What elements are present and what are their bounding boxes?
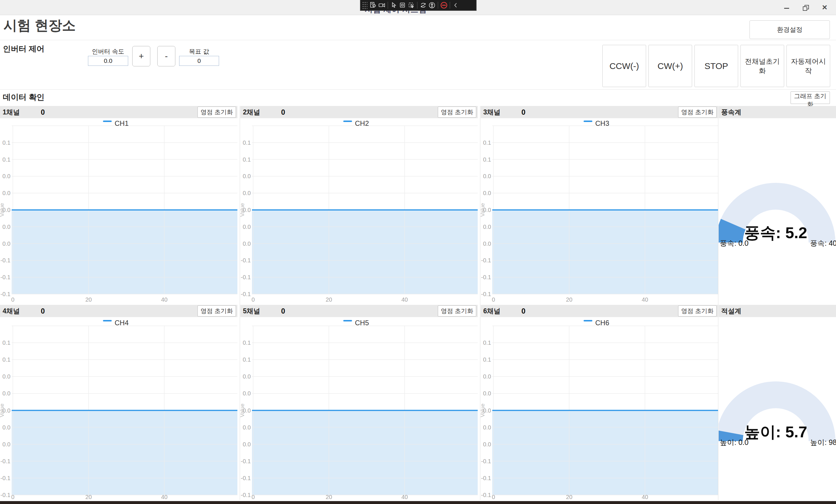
svg-text:0.0: 0.0 — [2, 224, 11, 230]
legend-label: CH1 — [115, 119, 129, 127]
channel-chart[interactable]: 0.10.10.00.00.00.00.0-0.1-0.1-0.102040CH… — [240, 118, 478, 305]
target-value-label: 목표 값 — [179, 47, 219, 56]
all-channel-reset-button[interactable]: 전채널초기화 — [740, 45, 784, 87]
legend-dash-icon — [343, 120, 352, 122]
legend-label: CH4 — [115, 319, 129, 327]
svg-text:0.1: 0.1 — [2, 356, 11, 363]
close-icon[interactable]: × — [820, 2, 830, 12]
svg-text:-0.1: -0.1 — [1, 291, 11, 297]
zero-reset-button[interactable]: 영점 초기화 — [438, 306, 476, 316]
zero-reset-button[interactable]: 영점 초기화 — [678, 306, 717, 316]
channel-label: 1채널 — [3, 106, 20, 118]
app-window: × 시험 — [0, 0, 836, 504]
collapse-chevron-icon[interactable] — [452, 1, 460, 9]
settings-button[interactable]: 환경설정 — [749, 20, 830, 39]
stop-record-icon[interactable] — [440, 1, 448, 9]
svg-text:-0.1: -0.1 — [1, 257, 11, 264]
svg-text:0.1: 0.1 — [2, 340, 11, 346]
stop-button[interactable]: STOP — [695, 45, 738, 87]
svg-text:-0.1: -0.1 — [241, 257, 251, 264]
svg-text:0.0: 0.0 — [243, 441, 251, 447]
svg-text:40: 40 — [401, 296, 408, 303]
channel-value: 0 — [41, 106, 45, 118]
channel-chart[interactable]: 0.10.10.00.00.00.00.0-0.1-0.1-0.102040CH… — [240, 317, 478, 500]
cursor-icon[interactable] — [390, 1, 398, 9]
svg-text:0: 0 — [11, 296, 14, 303]
target-value-input[interactable] — [179, 56, 219, 66]
svg-text:0.0: 0.0 — [243, 173, 251, 179]
increase-button[interactable]: + — [132, 46, 150, 66]
graph-reset-button[interactable]: 그래프 초기화 — [791, 92, 830, 104]
channel-chart[interactable]: 0.10.10.00.00.00.00.0-0.1-0.1-0.102040CH… — [0, 317, 238, 500]
panel-divider — [480, 106, 480, 500]
channel-label: 2채널 — [243, 106, 260, 118]
inverter-section-label: 인버터 제어 — [3, 44, 44, 54]
svg-text:20: 20 — [326, 494, 332, 500]
legend-dash-icon — [103, 120, 112, 122]
minimize-icon[interactable] — [784, 8, 789, 9]
drag-handle[interactable] — [362, 1, 367, 9]
svg-text:-0.1: -0.1 — [1, 475, 11, 481]
clipped-window-title: 시험 제어 시스템 — [365, 11, 426, 15]
camera-icon[interactable] — [378, 1, 386, 9]
zero-reset-button[interactable]: 영점 초기화 — [438, 106, 476, 118]
bottom-edge-strip — [0, 501, 836, 504]
channel-chart[interactable]: 0.10.10.00.00.00.00.0-0.1-0.1-0.102040CH… — [0, 118, 238, 305]
sync-check-icon[interactable] — [419, 1, 428, 9]
gauge-value-label: 풍속: 5.2 — [744, 224, 807, 241]
svg-text:0.0: 0.0 — [483, 224, 491, 230]
svg-text:Value: Value — [481, 404, 486, 417]
svg-text:0: 0 — [251, 494, 254, 500]
toolbar-separator — [388, 2, 388, 9]
svg-text:0.0: 0.0 — [483, 373, 491, 380]
svg-text:0.1: 0.1 — [483, 340, 491, 346]
region-select-icon[interactable] — [407, 1, 416, 9]
svg-text:0.0: 0.0 — [2, 190, 11, 196]
svg-text:0.0: 0.0 — [2, 390, 11, 396]
channel-chart[interactable]: 0.10.10.00.00.00.00.0-0.1-0.1-0.102040CH… — [481, 118, 718, 305]
zero-reset-button[interactable]: 영점 초기화 — [197, 106, 236, 118]
gauge-header: 적설계 — [719, 305, 836, 317]
report-settings-icon[interactable] — [369, 1, 378, 9]
cw-button[interactable]: CW(+) — [648, 45, 692, 87]
svg-text:0: 0 — [251, 296, 254, 303]
channel-label: 4채널 — [3, 305, 20, 317]
decrease-button[interactable]: - — [157, 46, 175, 66]
svg-text:0: 0 — [492, 296, 495, 303]
gauge-header: 풍속계 — [719, 106, 836, 118]
svg-text:-0.1: -0.1 — [241, 274, 251, 280]
auto-control-start-button[interactable]: 자동제어시작 — [786, 45, 830, 87]
channel-chart-panel: 0.10.10.00.00.00.00.0-0.1-0.1-0.102040CH… — [0, 317, 238, 500]
svg-text:0.1: 0.1 — [2, 156, 11, 163]
channel-chart-panel: 0.10.10.00.00.00.00.0-0.1-0.1-0.102040CH… — [481, 118, 718, 305]
svg-text:0.1: 0.1 — [243, 139, 251, 146]
gauge-panel-label: 풍속계 — [721, 106, 741, 118]
toolbar-separator — [438, 2, 438, 9]
svg-text:0.1: 0.1 — [2, 139, 11, 146]
data-section-label: 데이터 확인 — [3, 92, 44, 102]
legend-dash-icon — [103, 320, 112, 322]
svg-text:0.0: 0.0 — [483, 390, 491, 396]
channel-header: 2채널0영점 초기화 — [240, 106, 478, 118]
channel-value: 0 — [521, 106, 526, 118]
accessibility-icon[interactable] — [428, 1, 436, 9]
restore-icon-front[interactable] — [803, 6, 807, 11]
gauge-panel: 높이: 5.7높이: 0.0높이: 98.0 — [719, 317, 836, 500]
inverter-speed-input[interactable] — [88, 56, 128, 66]
gauge-min-label: 풍속: 0.0 — [720, 239, 748, 247]
zero-reset-button[interactable]: 영점 초기화 — [678, 106, 717, 118]
zero-reset-button[interactable]: 영점 초기화 — [197, 306, 236, 316]
channel-value: 0 — [521, 305, 526, 317]
svg-text:Value: Value — [240, 404, 245, 417]
channel-value: 0 — [281, 106, 285, 118]
channel-header: 6채널0영점 초기화 — [481, 305, 718, 317]
legend-label: CH6 — [595, 319, 609, 327]
ccw-button[interactable]: CCW(-) — [602, 45, 646, 87]
svg-text:0.0: 0.0 — [243, 190, 251, 196]
channel-header: 1채널0영점 초기화 — [0, 106, 238, 118]
svg-text:0.0: 0.0 — [243, 224, 251, 230]
frame-icon[interactable] — [398, 1, 407, 9]
channel-header: 5채널0영점 초기화 — [240, 305, 478, 317]
channel-chart[interactable]: 0.10.10.00.00.00.00.0-0.1-0.1-0.102040CH… — [481, 317, 718, 500]
svg-text:20: 20 — [326, 296, 332, 303]
